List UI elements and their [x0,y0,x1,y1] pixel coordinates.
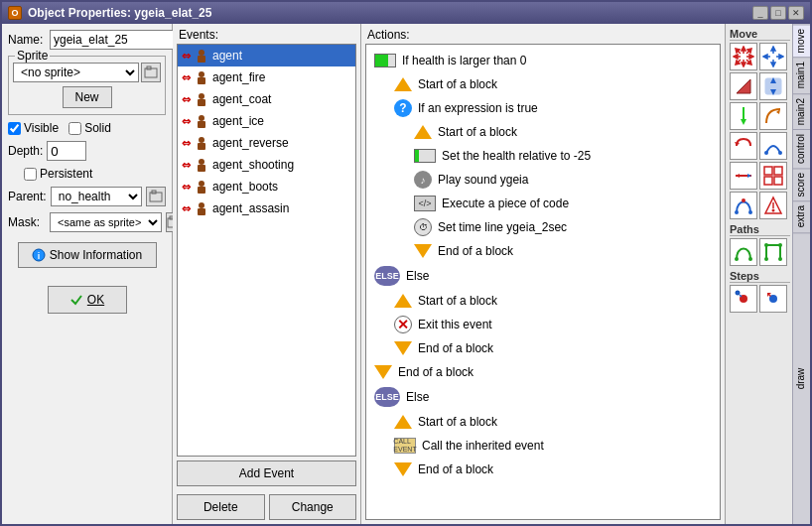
path-btn-2[interactable] [759,238,787,266]
tab-control[interactable]: control [793,129,810,168]
parent-browse-button[interactable] [146,187,166,206]
titlebar: O Object Properties: ygeia_elat_25 _ □ ✕ [2,2,810,24]
solid-checkbox[interactable] [68,122,81,135]
event-item-agent-shooting[interactable]: ⇔ agent_shooting [178,154,355,176]
tab-extra[interactable]: extra [793,200,810,231]
svg-point-20 [199,181,204,187]
mask-label: Mask: [8,215,46,229]
events-list[interactable]: ⇔ agent ⇔ agent_fire ⇔ agent_coat ⇔ [177,44,356,457]
sprite-select[interactable]: <no sprite> [13,63,139,82]
svg-rect-21 [198,187,205,194]
action-start-block-3[interactable]: Start of a block [390,289,716,313]
move-btn-3[interactable] [730,72,757,100]
event-name: agent_shooting [212,158,294,172]
event-item-agent-fire[interactable]: ⇔ agent_fire [178,66,355,88]
action-text: End of a block [438,244,712,258]
move-btn-12[interactable] [759,192,787,219]
svg-point-78 [736,291,740,295]
action-exit-event[interactable]: ✕ Exit this event [390,313,716,336]
call-icon: CALLEVENT [394,438,416,454]
delete-event-button[interactable]: Delete [177,494,265,520]
tab-main1[interactable]: main1 [793,57,810,92]
step-btn-1[interactable] [730,285,757,313]
depth-input[interactable] [47,141,86,161]
action-execute-code[interactable]: </> Execute a piece of code [410,192,716,215]
action-start-block-2[interactable]: Start of a block [410,120,716,144]
svg-point-67 [742,198,745,202]
svg-line-79 [740,295,742,297]
move-btn-2[interactable] [759,43,787,70]
triangle-up-icon [414,125,432,139]
new-sprite-button[interactable]: New [63,86,112,108]
path-btn-1[interactable] [730,238,757,266]
svg-marker-60 [747,174,751,178]
visible-checkbox-label[interactable]: Visible [8,121,59,135]
svg-rect-64 [774,177,782,185]
maximize-button[interactable]: □ [770,6,786,20]
action-end-block-0[interactable]: End of a block [370,360,716,384]
persistent-checkbox[interactable] [24,168,37,181]
action-text: Else [406,390,712,404]
svg-point-57 [778,151,782,155]
action-set-timeline[interactable]: ⏱ Set time line ygeia_2sec [410,215,716,239]
move-btn-11[interactable] [730,192,757,219]
event-person-icon [195,136,208,150]
minimize-button[interactable]: _ [752,6,768,20]
event-item-agent-boots[interactable]: ⇔ agent_boots [178,176,355,197]
action-end-block-3[interactable]: End of a block [390,336,716,360]
add-event-button[interactable]: Add Event [177,460,356,486]
action-set-health[interactable]: Set the health relative to -25 [410,144,716,168]
parent-select[interactable]: no_health [51,187,142,206]
move-btn-7[interactable] [730,132,757,160]
close-button[interactable]: ✕ [788,6,804,20]
action-else-1[interactable]: ELSE Else [370,263,716,289]
change-event-button[interactable]: Change [269,494,357,520]
tab-move[interactable]: move [793,24,810,57]
move-btn-6[interactable] [759,102,787,130]
svg-rect-9 [198,56,205,63]
move-btn-9[interactable] [730,162,757,190]
sprite-browse-button[interactable] [141,63,161,82]
event-item-agent-coat[interactable]: ⇔ agent_coat [178,88,355,110]
event-arrows-icon: ⇔ [182,159,191,172]
solid-checkbox-label[interactable]: Solid [68,121,111,135]
paths-grid [730,238,790,266]
actions-list[interactable]: If health is larger than 0 Start of a bl… [365,44,721,520]
sprite-label: Sprite [15,49,50,63]
ok-button[interactable]: OK [48,286,127,314]
main-window: O Object Properties: ygeia_elat_25 _ □ ✕… [0,0,812,526]
action-start-block-1[interactable]: Start of a block [390,72,716,96]
mask-select[interactable]: <same as sprite> [50,212,162,232]
step-btn-2[interactable] [759,285,787,313]
action-text: Start of a block [438,125,712,139]
event-item-agent-assasin[interactable]: ⇔ agent_assasin [178,197,355,219]
action-call-inherited[interactable]: CALLEVENT Call the inherited event [390,434,716,458]
tab-score[interactable]: score [793,168,810,200]
action-start-block-4[interactable]: Start of a block [390,410,716,434]
tab-draw[interactable]: draw [793,232,810,524]
action-if-expression[interactable]: ? If an expression is true [390,96,716,120]
action-play-sound[interactable]: ♪ Play sound ygeia [410,168,716,192]
steps-grid [730,285,790,313]
speaker-icon: ♪ [414,171,432,189]
action-end-block-4[interactable]: End of a block [390,458,716,481]
event-item-agent[interactable]: ⇔ agent [178,45,355,66]
action-else-2[interactable]: ELSE Else [370,384,716,410]
show-information-button[interactable]: i Show Information [18,242,157,268]
move-btn-8[interactable] [759,132,787,160]
event-person-icon [195,70,208,84]
action-text: Start of a block [418,294,712,308]
event-person-icon [195,180,208,194]
tab-main2[interactable]: main2 [793,93,810,129]
action-if-health[interactable]: If health is larger than 0 [370,49,716,72]
action-text: Start of a block [418,77,712,91]
visible-checkbox[interactable] [8,122,21,135]
event-item-agent-ice[interactable]: ⇔ agent_ice [178,110,355,132]
move-btn-4[interactable] [759,72,787,100]
persistent-checkbox-label[interactable]: Persistent [24,167,92,181]
move-btn-10[interactable] [759,162,787,190]
action-end-block-2[interactable]: End of a block [410,239,716,263]
move-btn-1[interactable] [730,43,757,70]
event-item-agent-reverse[interactable]: ⇔ agent_reverse [178,132,355,154]
move-btn-5[interactable] [730,102,757,130]
